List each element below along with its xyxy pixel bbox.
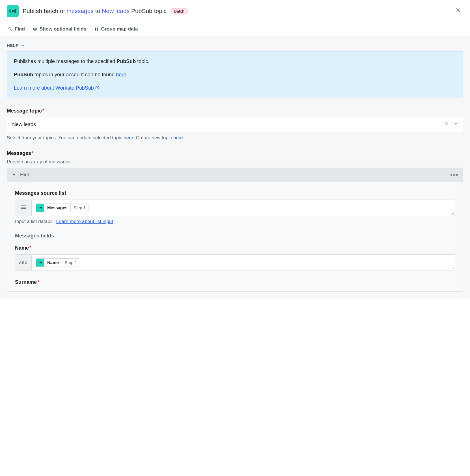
close-button[interactable]: [453, 6, 463, 16]
chevron-down-icon: [12, 173, 16, 177]
hide-toggle[interactable]: Hide: [12, 172, 31, 178]
create-topic-link[interactable]: here: [173, 135, 183, 140]
messages-fields-label: Messages fields: [15, 233, 455, 239]
message-topic-select[interactable]: New leads: [7, 117, 463, 132]
resize-handle-icon[interactable]: [451, 267, 454, 270]
name-input[interactable]: ABC Name Step 1: [15, 254, 455, 271]
source-list-hint: Input a list datapill. Learn more about …: [15, 219, 455, 224]
group-map-button[interactable]: Group map data: [94, 26, 138, 32]
panel-header: Publish batch of messages to New leads P…: [0, 0, 470, 22]
list-input-learn-link[interactable]: Learn more about list input: [56, 219, 113, 224]
toolbar: Find Show optional fields Group map data: [0, 22, 470, 36]
external-link-icon: [95, 85, 100, 90]
svg-point-6: [40, 262, 41, 263]
surname-label: Surname*: [15, 279, 455, 285]
messages-label: Messages*: [7, 150, 463, 156]
messages-description: Provide an array of messages: [7, 159, 463, 165]
svg-point-1: [9, 28, 11, 30]
help-panel: Publishes multiple messages to the speci…: [7, 51, 463, 98]
name-pill[interactable]: Name Step 1: [36, 258, 80, 267]
svg-point-2: [35, 29, 36, 30]
message-topic-label: Message topic*: [7, 108, 463, 114]
show-optional-button[interactable]: Show optional fields: [33, 26, 86, 32]
content-area: HELP Publishes multiple messages to the …: [0, 36, 470, 298]
source-list-label: Messages source list: [15, 190, 455, 196]
list-icon: [15, 200, 32, 216]
chevron-up-icon: [21, 44, 24, 47]
help-topics-link[interactable]: here: [116, 72, 126, 77]
pubsub-pill-icon: [36, 204, 44, 212]
svg-rect-3: [95, 28, 96, 31]
panel-title: Publish batch of messages to New leads P…: [23, 8, 449, 14]
chevron-down-icon: [454, 122, 458, 126]
pubsub-icon: [7, 5, 19, 17]
message-topic-value: New leads: [12, 122, 36, 127]
svg-point-0: [12, 10, 13, 12]
message-topic-hint: Select from your topics. You can update …: [7, 135, 463, 141]
topic-dropdown-button[interactable]: [454, 122, 458, 127]
help-learn-more-link[interactable]: Learn more about Workato PubSub: [14, 85, 100, 91]
source-list-input[interactable]: Messages Step 1: [15, 200, 455, 216]
resize-handle-icon[interactable]: [451, 212, 454, 215]
find-button[interactable]: Find: [8, 26, 25, 32]
name-label: Name*: [15, 245, 455, 251]
title-topic-link[interactable]: New leads: [102, 8, 130, 14]
svg-rect-4: [97, 28, 98, 31]
source-list-pill[interactable]: Messages Step 1: [36, 204, 89, 212]
clear-topic-button[interactable]: [444, 122, 449, 127]
messages-panel-header: Hide: [7, 168, 463, 182]
message-topic-field: Message topic* New leads Select from you…: [7, 108, 463, 141]
messages-field: Messages* Provide an array of messages H…: [7, 150, 463, 292]
messages-panel: Hide Messages source list: [7, 168, 463, 292]
batch-badge: Batch: [171, 8, 188, 14]
svg-point-5: [40, 207, 41, 208]
more-options-button[interactable]: [450, 174, 458, 176]
pubsub-pill-icon: [36, 258, 44, 267]
update-topic-link[interactable]: here: [124, 135, 133, 140]
help-toggle[interactable]: HELP: [7, 43, 463, 48]
text-type-icon: ABC: [15, 255, 32, 271]
title-messages-link[interactable]: messages: [66, 8, 94, 14]
